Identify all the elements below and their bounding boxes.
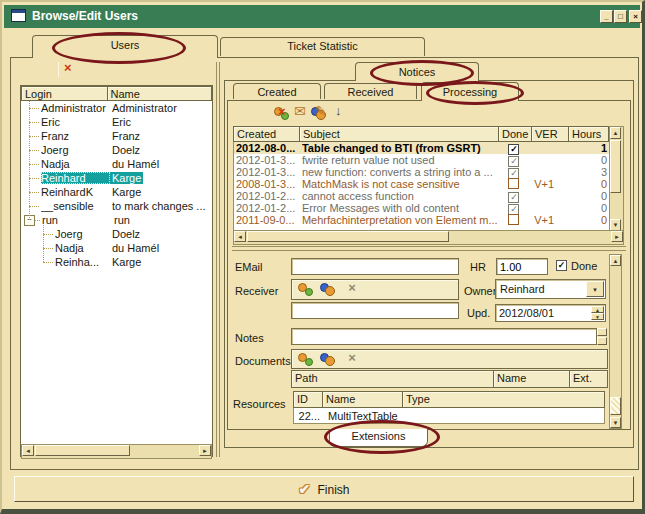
notice-row[interactable]: 2012-01-3...fwrite return value not used… [234, 154, 610, 166]
owner-dropdown[interactable]: Reinhard ▼ [495, 279, 606, 299]
table-form-splitter[interactable] [232, 246, 626, 251]
receiver-add-icon[interactable] [298, 282, 313, 296]
document-link-icon[interactable] [320, 352, 335, 366]
tree-row-selected[interactable]: ReinhardKarge [21, 171, 212, 185]
tree-login[interactable]: Reinhard [41, 172, 110, 184]
tree-name[interactable]: du Hamél [110, 158, 161, 170]
notice-row[interactable]: 2011-09-0...Mehrfachinterpretation von E… [234, 214, 610, 226]
tree-login[interactable]: Administrator [41, 102, 110, 114]
tree-login[interactable]: Nadja [55, 242, 110, 254]
tree-login[interactable]: Joerg [55, 228, 110, 240]
spin-down-icon[interactable] [597, 337, 607, 345]
scrollbar-thumb[interactable] [610, 140, 621, 193]
scrollbar-thumb[interactable] [247, 231, 449, 242]
tree-name[interactable]: Karge [110, 256, 143, 268]
doc-col-path[interactable]: Path [291, 370, 494, 388]
title-bar[interactable]: Browse/Edit Users _ □ × [4, 5, 640, 28]
doc-col-ext[interactable]: Ext. [569, 370, 608, 388]
col-header-ver[interactable]: VER [531, 126, 569, 142]
scroll-right-icon[interactable]: ► [611, 231, 623, 242]
tab-bottom-extensions[interactable]: Extensions [329, 429, 428, 447]
done-checkbox-unchecked[interactable] [508, 178, 519, 189]
notes-field[interactable] [291, 328, 597, 345]
spin-up-icon[interactable] [597, 328, 607, 336]
col-header-subject[interactable]: Subject [299, 126, 499, 142]
tab-processing[interactable]: Processing [421, 82, 519, 101]
notice-row-selected[interactable]: 2012-08-0...Table changed to BTI (from G… [234, 142, 610, 154]
tree-login[interactable]: __sensible [41, 200, 110, 212]
tab-notices[interactable]: Notices [355, 62, 479, 81]
notice-row[interactable]: 2012-01-2...Error Messages with old cont… [234, 202, 610, 214]
tree-row[interactable]: JoergDoelz [21, 143, 212, 157]
tree-name[interactable]: Franz [110, 130, 142, 142]
tree-login[interactable]: run [42, 214, 112, 226]
notice-row[interactable]: 2012-01-2...cannot access function ✓ 0 [234, 190, 610, 202]
send-mail-icon[interactable]: ✉ [294, 103, 306, 119]
export-notice-icon[interactable]: ↓ [335, 103, 342, 118]
tab-received[interactable]: Received [324, 83, 417, 99]
upd-spinner[interactable]: 2012/08/01 ▲ ▼ [495, 304, 606, 322]
tree-name[interactable]: Administrator [110, 102, 179, 114]
delete-user-icon[interactable]: × [64, 61, 72, 74]
tree-row[interactable]: EricEric [21, 115, 212, 129]
tree-header-login[interactable]: Login [21, 86, 108, 101]
col-header-hours[interactable]: Hours [568, 126, 609, 142]
scroll-down-icon[interactable]: ▼ [610, 417, 621, 428]
tree-hscrollbar[interactable]: ◄ ► [21, 444, 212, 459]
tree-row-run[interactable]: −runrun [21, 213, 212, 227]
spin-up-icon[interactable]: ▲ [591, 306, 604, 313]
scroll-up-icon[interactable]: ▲ [610, 255, 621, 266]
resource-row[interactable]: 22... MultiTextTable [293, 408, 605, 424]
tree-row[interactable]: JoergDoelz [21, 227, 212, 241]
tree-login[interactable]: Joerg [41, 144, 110, 156]
notices-hscrollbar[interactable]: ◄ ► [233, 230, 624, 245]
tree-row[interactable]: FranzFranz [21, 129, 212, 143]
panel-splitter[interactable] [216, 62, 220, 457]
tree-name[interactable]: Doelz [110, 144, 142, 156]
notice-row[interactable]: 2008-01-3...MatchMask is not case sensit… [234, 178, 610, 190]
tree-login[interactable]: ReinhardK [41, 186, 110, 198]
doc-col-name[interactable]: Name [493, 370, 570, 388]
tab-ticket-statistic[interactable]: Ticket Statistic [220, 37, 425, 56]
maximize-button[interactable]: □ [614, 10, 627, 23]
close-button[interactable]: × [629, 10, 642, 23]
tree-login[interactable]: Nadja [41, 158, 110, 170]
notice-delete-icon[interactable]: × [278, 105, 286, 118]
tree-name[interactable]: Doelz [110, 228, 142, 240]
dropdown-arrow-icon[interactable]: ▼ [586, 281, 604, 297]
tab-created[interactable]: Created [233, 83, 321, 99]
tree-name[interactable]: Karge [110, 172, 143, 184]
tree-row[interactable]: __sensibleto mark changes ... [21, 199, 212, 213]
spin-down-icon[interactable]: ▼ [591, 313, 604, 320]
form-vscrollbar[interactable]: ▲ ▼ [609, 254, 622, 429]
document-add-icon[interactable] [298, 352, 313, 366]
tree-row[interactable]: ReinhardKKarge [21, 185, 212, 199]
tree-name[interactable]: Karge [110, 186, 143, 198]
tree-name[interactable]: run [112, 214, 132, 226]
done-checkbox-unchecked[interactable] [508, 214, 519, 225]
receiver-field[interactable] [291, 302, 459, 319]
edit-notice-icon[interactable]: ✎ [315, 103, 327, 119]
tree-name[interactable]: du Hamél [110, 242, 161, 254]
notice-row[interactable]: 2012-01-3...new function: converts a str… [234, 166, 610, 178]
tree-login[interactable]: Reinha... [55, 256, 110, 268]
tree-header-name[interactable]: Name [107, 86, 212, 101]
res-col-type[interactable]: Type [402, 391, 605, 408]
tree-login[interactable]: Franz [41, 130, 110, 142]
hr-field[interactable] [496, 258, 548, 275]
scroll-left-icon[interactable]: ◄ [234, 231, 246, 242]
res-col-name[interactable]: Name [322, 391, 403, 408]
minimize-button[interactable]: _ [600, 10, 613, 23]
scroll-right-icon[interactable]: ► [199, 445, 211, 456]
col-header-created[interactable]: Created [233, 126, 300, 142]
res-col-id[interactable]: ID [293, 391, 323, 408]
notes-scroll[interactable] [597, 328, 607, 345]
scroll-left-icon[interactable]: ◄ [22, 445, 34, 456]
finish-button[interactable]: ✔ Finish [14, 476, 634, 502]
col-header-done[interactable]: Done [498, 126, 532, 142]
tree-name[interactable]: Eric [110, 116, 133, 128]
scroll-up-icon[interactable]: ▲ [610, 127, 621, 139]
scrollbar-thumb[interactable] [610, 397, 621, 415]
tree-row[interactable]: Nadjadu Hamél [21, 241, 212, 255]
tree-row[interactable]: AdministratorAdministrator [21, 101, 212, 115]
